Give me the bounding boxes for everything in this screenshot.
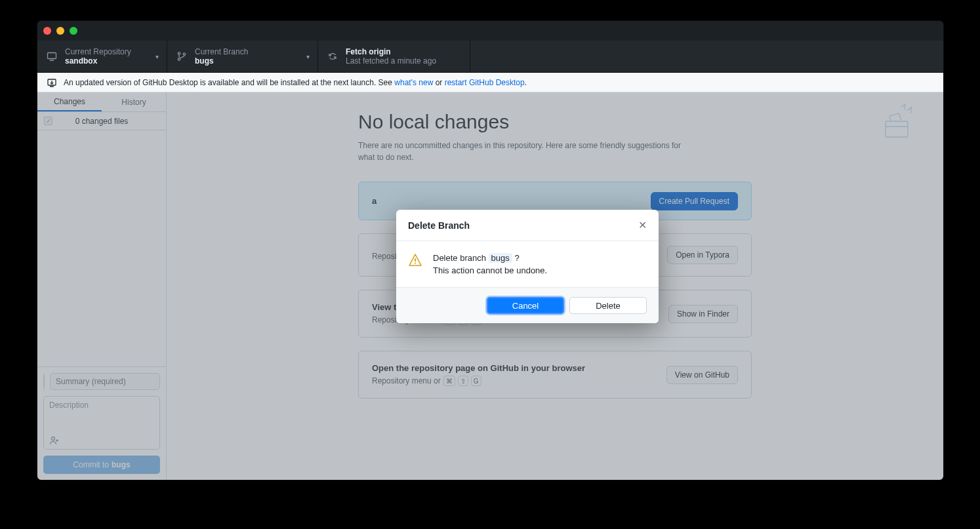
dialog-title: Delete Branch xyxy=(408,220,470,231)
svg-point-3 xyxy=(183,53,185,55)
branch-label: Current Branch xyxy=(195,47,248,56)
svg-rect-8 xyxy=(415,263,416,264)
fetch-label: Fetch origin xyxy=(346,47,436,56)
cancel-button[interactable]: Cancel xyxy=(487,297,564,314)
sync-icon xyxy=(327,51,338,62)
branch-value: bugs xyxy=(195,56,248,66)
fetch-sub: Last fetched a minute ago xyxy=(346,56,436,66)
svg-point-2 xyxy=(178,58,180,60)
dialog-body: Delete branch bugs ? This action cannot … xyxy=(433,253,547,275)
app-window: Current Repository sandbox ▾ Current Bra… xyxy=(37,21,943,480)
restart-link[interactable]: restart GitHub Desktop xyxy=(445,78,525,87)
git-branch-icon xyxy=(176,51,187,62)
update-text: An updated version of GitHub Desktop is … xyxy=(64,78,527,87)
titlebar xyxy=(37,21,943,41)
window-minimize-button[interactable] xyxy=(56,27,64,35)
window-close-button[interactable] xyxy=(43,27,51,35)
delete-button[interactable]: Delete xyxy=(569,297,647,314)
toolbar: Current Repository sandbox ▾ Current Bra… xyxy=(37,41,943,73)
svg-point-1 xyxy=(178,52,180,54)
repo-selector[interactable]: Current Repository sandbox ▾ xyxy=(37,41,167,72)
whats-new-link[interactable]: what's new xyxy=(394,78,433,87)
delete-branch-dialog: Delete Branch ✕ Delete branch bugs ? Thi… xyxy=(396,210,659,323)
download-icon xyxy=(47,77,57,88)
computer-icon xyxy=(47,51,57,62)
svg-rect-7 xyxy=(415,258,416,262)
repo-label: Current Repository xyxy=(65,47,131,56)
warning-icon xyxy=(408,253,422,267)
chevron-down-icon: ▾ xyxy=(155,53,159,60)
fetch-button[interactable]: Fetch origin Last fetched a minute ago xyxy=(318,41,470,72)
branch-chip: bugs xyxy=(489,253,512,263)
repo-value: sandbox xyxy=(65,56,131,66)
window-zoom-button[interactable] xyxy=(70,27,77,35)
branch-selector[interactable]: Current Branch bugs ▾ xyxy=(167,41,318,72)
svg-rect-0 xyxy=(48,53,56,59)
dialog-close-button[interactable]: ✕ xyxy=(638,219,647,231)
update-banner: An updated version of GitHub Desktop is … xyxy=(37,73,943,92)
chevron-down-icon: ▾ xyxy=(306,53,310,60)
